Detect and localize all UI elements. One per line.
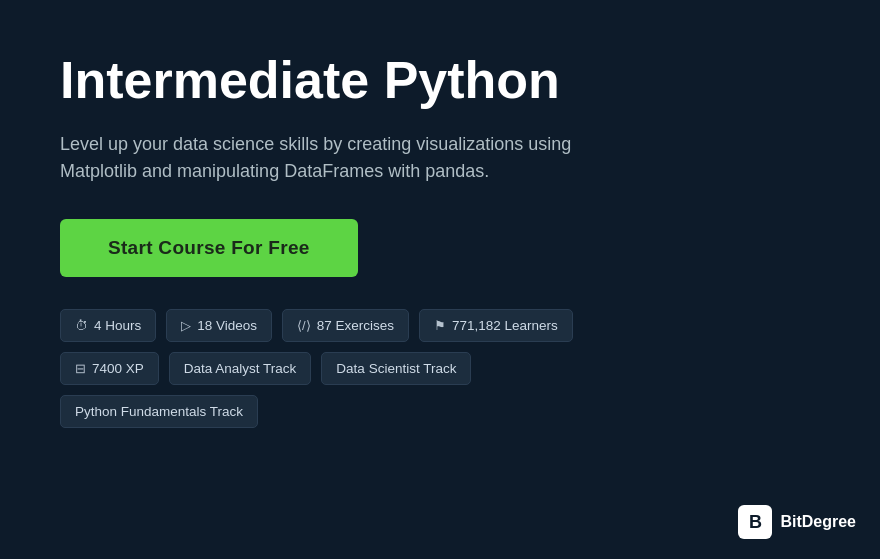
xp-icon: ⊟ — [75, 361, 86, 376]
tag-item: ⊟7400 XP — [60, 352, 159, 385]
tag-label: Data Analyst Track — [184, 361, 297, 376]
tag-item: ▷18 Videos — [166, 309, 272, 342]
tag-item: ⚑771,182 Learners — [419, 309, 573, 342]
tag-label: 7400 XP — [92, 361, 144, 376]
tag-label: 18 Videos — [197, 318, 257, 333]
tag-item: ⟨/⟩87 Exercises — [282, 309, 409, 342]
tag-item: ⏱4 Hours — [60, 309, 156, 342]
tag-label: Data Scientist Track — [336, 361, 456, 376]
tag-item: Data Scientist Track — [321, 352, 471, 385]
tag-label: Python Fundamentals Track — [75, 404, 243, 419]
course-title: Intermediate Python — [60, 52, 660, 109]
main-content: Intermediate Python Level up your data s… — [0, 0, 720, 480]
start-course-button[interactable]: Start Course For Free — [60, 219, 358, 277]
clock-icon: ⏱ — [75, 318, 88, 333]
logo-name: BitDegree — [780, 513, 856, 531]
tags-container: ⏱4 Hours▷18 Videos⟨/⟩87 Exercises⚑771,18… — [60, 309, 660, 428]
logo-badge-icon: B — [738, 505, 772, 539]
code-icon: ⟨/⟩ — [297, 318, 311, 333]
course-description: Level up your data science skills by cre… — [60, 131, 580, 185]
tag-label: 87 Exercises — [317, 318, 394, 333]
tag-label: 4 Hours — [94, 318, 141, 333]
tag-item: Python Fundamentals Track — [60, 395, 258, 428]
video-icon: ▷ — [181, 318, 191, 333]
learners-icon: ⚑ — [434, 318, 446, 333]
tag-item: Data Analyst Track — [169, 352, 312, 385]
tag-label: 771,182 Learners — [452, 318, 558, 333]
bitdegree-branding: B BitDegree — [738, 505, 856, 539]
